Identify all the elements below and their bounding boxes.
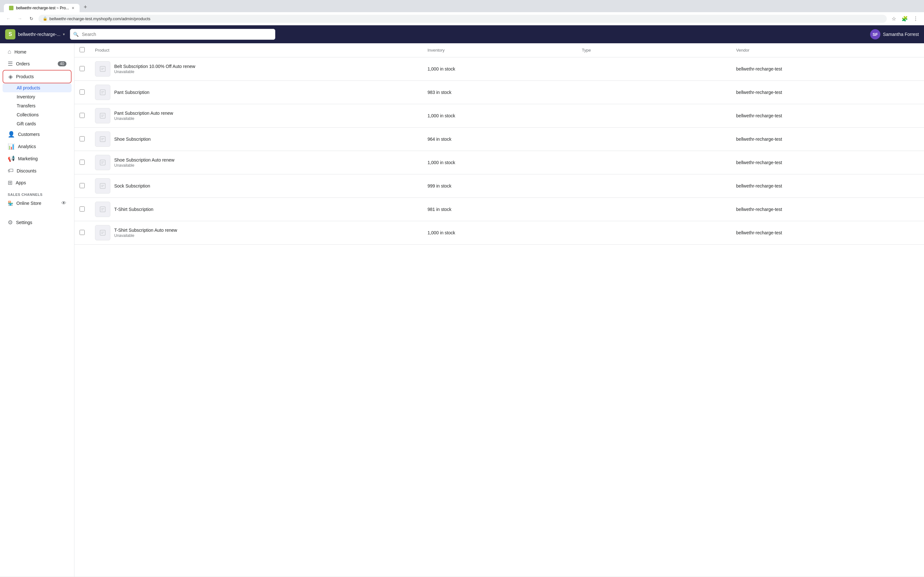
reload-button[interactable]: ↻ — [27, 14, 36, 23]
top-search[interactable]: 🔍 — [70, 29, 275, 40]
sidebar-sub-gift-cards[interactable]: Gift cards — [3, 119, 71, 128]
row-inventory-cell-4: 964 in stock — [422, 127, 577, 151]
tab-title: bellwethr-recharge-test ~ Pro... — [16, 6, 69, 10]
sidebar-item-apps[interactable]: ⊞ Apps — [3, 177, 71, 189]
store-name-area[interactable]: S bellwethr-recharge-... ▾ — [5, 29, 65, 39]
row-product-cell-7[interactable]: T-Shirt Subscription — [90, 198, 422, 221]
row-product-cell-5[interactable]: Shoe Subscription Auto renew Unavailable — [90, 151, 422, 174]
table-row[interactable]: Pant Subscription 983 in stock bellwethr… — [74, 81, 924, 104]
browser-tab-active[interactable]: bellwethr-recharge-test ~ Pro... ✕ — [4, 4, 79, 12]
search-input[interactable] — [70, 29, 275, 40]
row-product-cell-6[interactable]: Sock Subscription — [90, 174, 422, 198]
marketing-icon: 📢 — [8, 155, 15, 162]
row-product-cell-8[interactable]: T-Shirt Subscription Auto renew Unavaila… — [90, 221, 422, 245]
sidebar-label-analytics: Analytics — [18, 144, 36, 149]
row-checkbox-4[interactable] — [79, 136, 85, 141]
analytics-icon: 📊 — [8, 143, 15, 150]
sidebar-item-settings[interactable]: ⚙ Settings — [3, 216, 71, 229]
row-inventory-cell-5: 1,000 in stock — [422, 151, 577, 174]
row-checkbox-2[interactable] — [79, 89, 85, 95]
sidebar-sub-inventory[interactable]: Inventory — [3, 92, 71, 101]
user-badge[interactable]: SF Samantha Forrest — [870, 29, 919, 39]
row-checkbox-3[interactable] — [79, 113, 85, 118]
sidebar-item-orders[interactable]: ☰ Orders 40 — [3, 58, 71, 70]
svg-rect-0 — [100, 66, 105, 71]
product-name-5: Shoe Subscription Auto renew — [114, 157, 174, 163]
sidebar-item-home[interactable]: ⌂ Home — [3, 46, 71, 58]
svg-rect-5 — [100, 183, 105, 189]
product-status-8: Unavailable — [114, 234, 177, 238]
sidebar-label-settings: Settings — [16, 220, 32, 225]
product-name-3: Pant Subscription Auto renew — [114, 111, 173, 116]
row-product-cell-2[interactable]: Pant Subscription — [90, 81, 422, 104]
header-vendor: Vendor — [731, 43, 924, 57]
table-row[interactable]: Sock Subscription 999 in stock bellwethr… — [74, 174, 924, 198]
row-checkbox-6[interactable] — [79, 183, 85, 188]
product-info-3: Pant Subscription Auto renew Unavailable — [114, 111, 173, 121]
table-row[interactable]: T-Shirt Subscription Auto renew Unavaila… — [74, 221, 924, 245]
row-vendor-cell-7: bellwethr-recharge-test — [731, 198, 924, 221]
select-all-checkbox[interactable] — [79, 47, 85, 52]
row-inventory-cell-1: 1,000 in stock — [422, 57, 577, 81]
svg-rect-1 — [100, 90, 105, 95]
search-icon: 🔍 — [73, 32, 79, 37]
row-vendor-cell-8: bellwethr-recharge-test — [731, 221, 924, 245]
collections-label: Collections — [17, 112, 39, 117]
product-name-8: T-Shirt Subscription Auto renew — [114, 227, 177, 233]
table-row[interactable]: Pant Subscription Auto renew Unavailable… — [74, 104, 924, 127]
orders-icon: ☰ — [8, 60, 13, 67]
bookmark-icon[interactable]: ☆ — [889, 14, 898, 23]
table-header-row: Product Inventory Type Vendor — [74, 43, 924, 57]
sidebar-item-marketing[interactable]: 📢 Marketing — [3, 153, 71, 165]
row-product-cell-1[interactable]: Belt Subscription 10.00% Off Auto renew … — [90, 57, 422, 81]
product-info-1: Belt Subscription 10.00% Off Auto renew … — [114, 64, 195, 74]
product-status-3: Unavailable — [114, 116, 173, 121]
address-bar[interactable]: 🔒 bellwethr-recharge-test.myshopify.com/… — [39, 15, 887, 23]
row-type-cell-5 — [577, 151, 731, 174]
menu-icon[interactable]: ⋮ — [911, 14, 920, 23]
address-text: bellwethr-recharge-test.myshopify.com/ad… — [49, 16, 150, 21]
row-checkbox-cell — [74, 81, 90, 104]
sidebar-sub-all-products[interactable]: All products — [3, 83, 71, 92]
product-info-5: Shoe Subscription Auto renew Unavailable — [114, 157, 174, 168]
sidebar-item-online-store[interactable]: 🏪 Online Store 👁 — [3, 198, 71, 209]
inventory-label: Inventory — [17, 94, 35, 99]
row-type-cell-6 — [577, 174, 731, 198]
orders-badge: 40 — [58, 61, 66, 66]
table-row[interactable]: Belt Subscription 10.00% Off Auto renew … — [74, 57, 924, 81]
row-type-cell-8 — [577, 221, 731, 245]
row-checkbox-8[interactable] — [79, 230, 85, 235]
extensions-icon[interactable]: 🧩 — [900, 14, 909, 23]
row-product-cell-4[interactable]: Shoe Subscription — [90, 127, 422, 151]
product-info-8: T-Shirt Subscription Auto renew Unavaila… — [114, 227, 177, 238]
sidebar-item-discounts[interactable]: 🏷 Discounts — [3, 165, 71, 177]
table-row[interactable]: Shoe Subscription Auto renew Unavailable… — [74, 151, 924, 174]
table-row[interactable]: T-Shirt Subscription 981 in stock bellwe… — [74, 198, 924, 221]
table-row[interactable]: Shoe Subscription 964 in stock bellwethr… — [74, 127, 924, 151]
new-tab-button[interactable]: + — [81, 3, 90, 11]
sidebar-item-analytics[interactable]: 📊 Analytics — [3, 140, 71, 153]
online-store-icon: 🏪 — [8, 201, 13, 206]
row-checkbox-5[interactable] — [79, 160, 85, 165]
product-status-1: Unavailable — [114, 69, 195, 74]
customers-icon: 👤 — [8, 131, 15, 138]
row-vendor-cell-2: bellwethr-recharge-test — [731, 81, 924, 104]
forward-button[interactable]: → — [15, 14, 24, 23]
svg-rect-6 — [100, 207, 105, 212]
sidebar-sub-transfers[interactable]: Transfers — [3, 101, 71, 110]
row-checkbox-cell — [74, 174, 90, 198]
product-status-5: Unavailable — [114, 163, 174, 168]
row-product-cell-3[interactable]: Pant Subscription Auto renew Unavailable — [90, 104, 422, 127]
sidebar-label-marketing: Marketing — [18, 156, 37, 161]
content-area: Product Inventory Type Vendor — [74, 43, 924, 577]
back-button[interactable]: ← — [4, 14, 13, 23]
store-name-text: bellwethr-recharge-... — [18, 32, 60, 37]
tab-close-icon[interactable]: ✕ — [71, 6, 74, 10]
row-checkbox-1[interactable] — [79, 66, 85, 71]
product-thumbnail-7 — [95, 201, 110, 217]
row-checkbox-7[interactable] — [79, 206, 85, 211]
sidebar-item-products[interactable]: ◈ Products — [3, 70, 71, 83]
sidebar-sub-collections[interactable]: Collections — [3, 110, 71, 119]
row-type-cell-4 — [577, 127, 731, 151]
sidebar-item-customers[interactable]: 👤 Customers — [3, 128, 71, 140]
